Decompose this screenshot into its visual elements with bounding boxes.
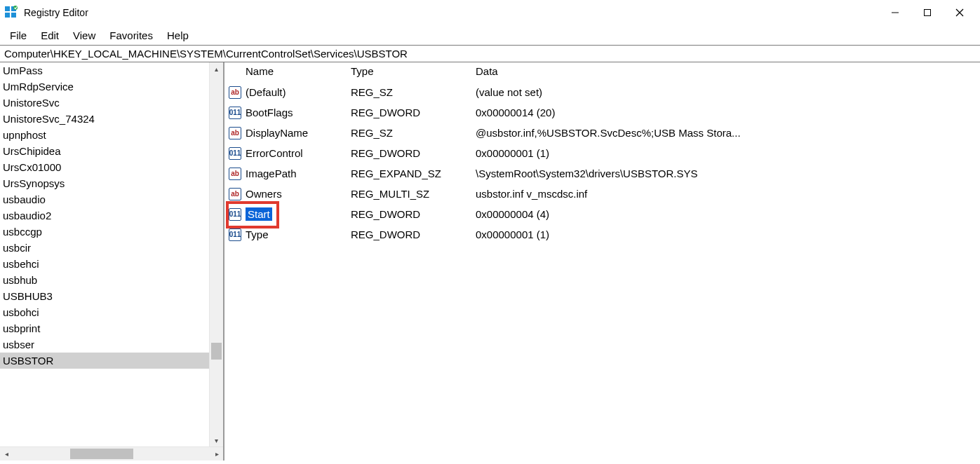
window-title: Registry Editor [24, 7, 88, 18]
main-split: UmPassUmRdpServiceUnistoreSvcUnistoreSvc… [0, 62, 980, 460]
tree-item[interactable]: UnistoreSvc_74324 [0, 111, 209, 127]
value-name: DisplayName [246, 127, 308, 139]
binary-value-icon: 011 [229, 228, 241, 241]
values-pane: Name Type Data ab(Default)REG_SZ(value n… [224, 62, 980, 460]
scroll-down-icon[interactable]: ▾ [210, 434, 223, 446]
value-type: REG_DWORD [351, 107, 476, 118]
tree-item[interactable]: UrsChipidea [0, 143, 209, 159]
binary-value-icon: 011 [229, 147, 241, 160]
tree-item[interactable]: USBSTOR [0, 353, 209, 369]
column-header-type[interactable]: Type [351, 65, 476, 77]
tree-pane: UmPassUmRdpServiceUnistoreSvcUnistoreSvc… [0, 62, 224, 460]
svg-rect-2 [5, 13, 10, 18]
value-type: REG_MULTI_SZ [351, 188, 476, 200]
value-row[interactable]: 011BootFlagsREG_DWORD0x00000014 (20) [224, 102, 980, 123]
scroll-thumb[interactable] [211, 343, 222, 360]
value-type: REG_DWORD [351, 208, 476, 220]
window-controls [879, 1, 976, 24]
value-name: ErrorControl [246, 147, 303, 159]
tree-list[interactable]: UmPassUmRdpServiceUnistoreSvcUnistoreSvc… [0, 62, 209, 446]
value-name: ImagePath [246, 168, 297, 179]
values-body[interactable]: ab(Default)REG_SZ(value not set)011BootF… [224, 82, 980, 460]
hscroll-thumb[interactable] [70, 449, 133, 459]
value-name: Owners [246, 188, 282, 200]
regedit-icon [4, 6, 18, 20]
value-data: @usbstor.inf,%USBSTOR.SvcDesc%;USB Mass … [476, 127, 980, 139]
tree-item[interactable]: usbprint [0, 320, 209, 336]
tree-item[interactable]: UmPass [0, 62, 209, 79]
minimize-button[interactable] [879, 1, 911, 24]
tree-item[interactable]: UrsSynopsys [0, 175, 209, 191]
value-data: 0x00000001 (1) [476, 228, 980, 240]
menu-edit[interactable]: Edit [34, 28, 66, 43]
svg-rect-0 [5, 6, 10, 11]
tree-item[interactable]: USBHUB3 [0, 288, 209, 304]
value-type: REG_SZ [351, 127, 476, 139]
value-data: usbstor.inf v_mscdsc.inf [476, 188, 980, 200]
value-name: (Default) [246, 86, 286, 98]
tree-item[interactable]: usbaudio [0, 191, 209, 207]
value-type: REG_DWORD [351, 147, 476, 159]
tree-item[interactable]: UrsCx01000 [0, 159, 209, 175]
values-header[interactable]: Name Type Data [224, 62, 980, 82]
value-type: REG_DWORD [351, 228, 476, 240]
binary-value-icon: 011 [229, 107, 241, 119]
tree-item[interactable]: usbccgp [0, 224, 209, 240]
tree-item[interactable]: UnistoreSvc [0, 95, 209, 111]
string-value-icon: ab [229, 127, 241, 139]
close-button[interactable] [944, 1, 976, 24]
scroll-up-icon[interactable]: ▴ [210, 62, 223, 75]
menu-file[interactable]: File [3, 28, 34, 43]
value-data: 0x00000014 (20) [476, 107, 980, 118]
tree-item[interactable]: UmRdpService [0, 79, 209, 95]
binary-value-icon: 011 [229, 208, 241, 221]
string-value-icon: ab [229, 86, 241, 99]
tree-horizontal-scrollbar[interactable]: ◂ ▸ [0, 446, 223, 460]
menu-favorites[interactable]: Favorites [102, 28, 160, 43]
value-row[interactable]: 011ErrorControlREG_DWORD0x00000001 (1) [224, 143, 980, 163]
value-name: Type [246, 228, 269, 240]
scroll-right-icon[interactable]: ▸ [210, 447, 223, 460]
string-value-icon: ab [229, 188, 241, 200]
tree-item[interactable]: usbser [0, 336, 209, 353]
value-row[interactable]: abImagePathREG_EXPAND_SZ\SystemRoot\Syst… [224, 163, 980, 184]
value-data: (value not set) [476, 86, 980, 98]
value-data: 0x00000001 (1) [476, 147, 980, 159]
value-data: 0x00000004 (4) [476, 208, 980, 220]
value-name: BootFlags [246, 107, 293, 118]
tree-item[interactable]: usbehci [0, 256, 209, 272]
menu-view[interactable]: View [66, 28, 102, 43]
value-name: Start [246, 207, 272, 221]
tree-item[interactable]: upnphost [0, 127, 209, 143]
value-row[interactable]: 011TypeREG_DWORD0x00000001 (1) [224, 224, 980, 245]
tree-item[interactable]: usbcir [0, 240, 209, 256]
value-row[interactable]: abDisplayNameREG_SZ@usbstor.inf,%USBSTOR… [224, 123, 980, 143]
address-bar[interactable]: Computer\HKEY_LOCAL_MACHINE\SYSTEM\Curre… [0, 45, 980, 62]
titlebar[interactable]: Registry Editor [0, 0, 980, 25]
value-row[interactable]: 011StartREG_DWORD0x00000004 (4) [224, 204, 980, 224]
tree-item[interactable]: usbaudio2 [0, 207, 209, 224]
column-header-data[interactable]: Data [476, 65, 980, 77]
svg-rect-3 [11, 13, 16, 18]
maximize-button[interactable] [911, 1, 944, 24]
value-row[interactable]: ab(Default)REG_SZ(value not set) [224, 82, 980, 102]
tree-item[interactable]: usbohci [0, 304, 209, 320]
svg-rect-6 [925, 10, 931, 16]
column-header-name[interactable]: Name [246, 65, 351, 77]
string-value-icon: ab [229, 168, 241, 180]
value-data: \SystemRoot\System32\drivers\USBSTOR.SYS [476, 168, 980, 179]
scroll-left-icon[interactable]: ◂ [0, 447, 13, 460]
tree-item[interactable]: usbhub [0, 272, 209, 288]
tree-vertical-scrollbar[interactable]: ▴ ▾ [209, 62, 223, 446]
value-type: REG_SZ [351, 86, 476, 98]
value-row[interactable]: abOwnersREG_MULTI_SZusbstor.inf v_mscdsc… [224, 184, 980, 204]
value-type: REG_EXPAND_SZ [351, 168, 476, 179]
menubar: File Edit View Favorites Help [0, 25, 980, 45]
menu-help[interactable]: Help [160, 28, 196, 43]
